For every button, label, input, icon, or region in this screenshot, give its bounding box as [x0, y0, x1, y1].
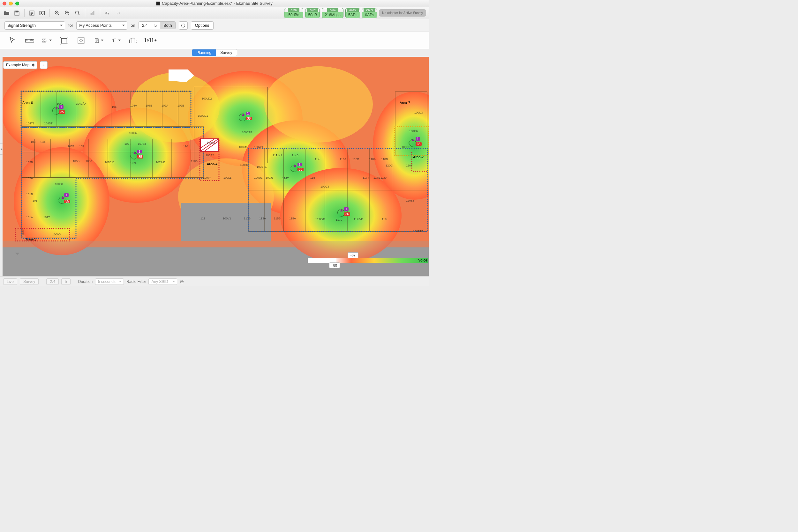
for-label: for — [68, 23, 73, 28]
room-label: 120T — [406, 164, 413, 167]
room-label: 117A/B — [354, 217, 363, 221]
live-mode-button[interactable]: Live — [3, 279, 17, 285]
map-selector[interactable]: Example Map — [3, 61, 37, 69]
access-point-marker[interactable]: ▲ 1 35 — [52, 104, 65, 117]
radio-filter-select[interactable]: Any SSID — [148, 279, 177, 285]
note-tool-icon[interactable] — [94, 36, 104, 45]
room-label: 107L — [130, 162, 137, 165]
close-window-button[interactable] — [3, 2, 6, 5]
room-label: 115B — [274, 217, 280, 220]
room-label: 100CE — [402, 146, 411, 149]
color-legend: -67 -80 Voice — [307, 253, 429, 268]
room-label: 118A — [380, 176, 387, 179]
visualization-metric-select[interactable]: Signal Strength — [4, 21, 65, 30]
room-label: 119 — [382, 217, 386, 221]
zoom-out-button[interactable] — [63, 8, 72, 18]
building-tool-icon[interactable] — [111, 36, 121, 45]
zoom-fit-button[interactable] — [73, 8, 82, 18]
room-label: 114T — [282, 177, 289, 180]
chart-button[interactable] — [88, 8, 97, 18]
redo-button[interactable] — [114, 8, 122, 18]
minimize-window-button[interactable] — [9, 2, 13, 5]
legend-lower-threshold[interactable]: -80 — [329, 263, 340, 268]
save-file-button[interactable] — [13, 8, 21, 18]
attenuation-area-tool-icon[interactable] — [59, 36, 69, 45]
room-label: 100U3 — [414, 111, 423, 114]
room-label: 100V1 — [223, 217, 231, 220]
band-5-button[interactable]: 5 — [151, 22, 160, 29]
access-point-marker[interactable]: ▲ 1 36 — [239, 111, 252, 124]
room-label: 100R1 — [240, 163, 249, 167]
svg-rect-18 — [78, 38, 84, 43]
add-map-button[interactable]: + — [40, 61, 48, 69]
room-label: 116B — [352, 157, 359, 161]
svg-point-30 — [130, 73, 220, 142]
ap-scope-select[interactable]: My Access Points — [76, 21, 127, 30]
access-point-marker[interactable]: ▲ 1 36 — [409, 136, 421, 149]
survey-mode-button[interactable]: Survey — [20, 279, 39, 285]
room-label: 106 — [112, 105, 116, 109]
room-label: 108A — [130, 104, 137, 107]
options-button[interactable]: Options — [191, 21, 214, 30]
room-label: 100C3 — [321, 185, 329, 188]
report-button[interactable] — [28, 8, 36, 18]
room-label: 100V4 — [203, 176, 211, 179]
room-label: 110A — [191, 159, 198, 163]
requirement-area-tool-icon[interactable] — [77, 36, 86, 45]
room-label: 104T1 — [26, 122, 35, 125]
mode-tabs: Planning Survey — [192, 49, 237, 56]
zoom-window-button[interactable] — [15, 2, 19, 5]
room-label: 105B — [73, 159, 79, 163]
open-file-button[interactable] — [3, 8, 11, 18]
svg-rect-15 — [42, 41, 44, 42]
room-label: 100ST1 — [257, 165, 267, 168]
status-indicators: S.Str-50dBm SNR50dB Data216Mbps #APs5APs… — [284, 8, 426, 18]
area-label: Area-7 — [400, 101, 410, 104]
room-label: 100C1 — [55, 183, 64, 186]
auto-planner-tool-icon[interactable] — [128, 36, 138, 45]
room-label: 120C[ — [386, 164, 393, 167]
legend-upper-threshold[interactable]: -67 — [348, 252, 359, 258]
area-label: Area-1 — [25, 237, 36, 241]
room-label: 101B — [26, 193, 33, 196]
map-canvas[interactable]: Example Map + — [3, 57, 429, 276]
svg-point-19 — [80, 39, 83, 42]
scale-tool-icon[interactable] — [25, 36, 35, 45]
main-toolbar: S.Str-50dBm SNR50dB Data216Mbps #APs5APs… — [0, 7, 429, 19]
room-label: 100V3 — [52, 233, 61, 236]
bottom-band-24-button[interactable]: 2.4 — [46, 279, 59, 285]
band-24-button[interactable]: 2.4 — [139, 22, 151, 29]
svg-point-20 — [136, 42, 137, 43]
room-label: 100C6 — [409, 130, 418, 133]
select-tool-icon[interactable] — [8, 36, 17, 45]
band-both-button[interactable]: Both — [160, 22, 175, 29]
zoom-in-button[interactable] — [53, 8, 61, 18]
svg-rect-7 — [91, 13, 92, 15]
heatmap-layer — [3, 57, 429, 276]
access-point-marker[interactable]: ▲ 1 36 — [337, 207, 350, 220]
refresh-button[interactable] — [179, 21, 188, 30]
room-label: 112 — [200, 217, 205, 220]
svg-rect-8 — [92, 12, 93, 15]
undo-button[interactable] — [104, 8, 112, 18]
export-image-button[interactable] — [38, 8, 46, 18]
access-point-marker[interactable]: ▲ 1 35 — [130, 149, 143, 162]
tab-survey[interactable]: Survey — [216, 50, 237, 56]
duration-select[interactable]: 5 seconds — [95, 279, 124, 285]
channel-assign-tool-icon[interactable]: 1611✦ — [146, 36, 155, 45]
room-label: 120ST — [406, 199, 415, 202]
wall-tool-icon[interactable] — [42, 36, 52, 45]
room-label: 107ST — [138, 142, 146, 146]
access-point-marker[interactable]: ▲ 1 36 — [290, 162, 303, 175]
svg-rect-16 — [44, 41, 46, 42]
duration-label: Duration — [78, 279, 93, 284]
access-point-marker[interactable]: ▲ 1 35 — [58, 194, 71, 207]
tab-planning[interactable]: Planning — [192, 50, 216, 56]
room-label: 101 — [33, 199, 37, 202]
room-label: 100E1 — [207, 141, 215, 144]
room-label: 104C/D — [76, 102, 86, 105]
room-label: 107C/D — [105, 161, 114, 164]
zoom-icon[interactable]: ⊕ — [180, 279, 184, 285]
room-label: 102A — [26, 177, 33, 180]
bottom-band-5-button[interactable]: 5 — [61, 279, 71, 285]
